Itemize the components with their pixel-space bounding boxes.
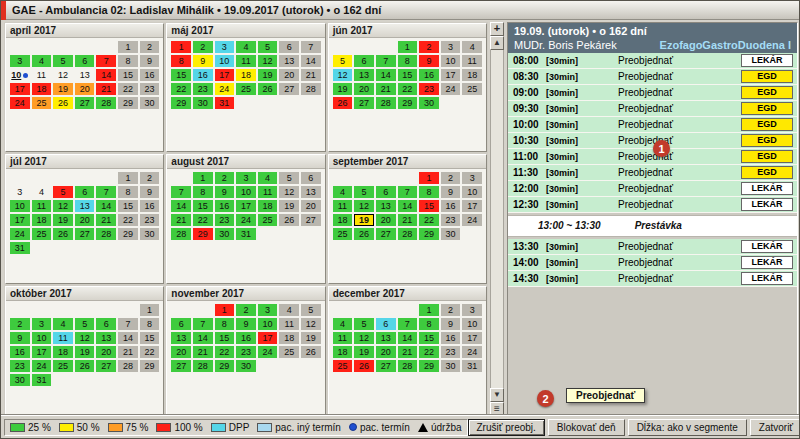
day-cell[interactable]: 19 [333,83,353,95]
day-cell[interactable]: 12 [258,55,278,67]
day-cell[interactable]: 27 [376,228,396,240]
day-cell[interactable]: 7 [193,318,213,330]
day-cell[interactable]: 29 [419,360,439,372]
day-cell[interactable]: 4 [32,186,52,198]
day-cell[interactable]: 5 [301,304,321,316]
day-cell[interactable]: 21 [301,69,321,81]
day-cell[interactable]: 24 [10,97,30,109]
day-cell[interactable]: 14 [118,332,138,344]
day-cell[interactable]: 12 [53,69,73,81]
day-cell[interactable]: 27 [376,360,396,372]
day-cell[interactable]: 7 [301,41,321,53]
day-cell[interactable]: 18 [258,200,278,212]
day-cell[interactable]: 8 [171,55,191,67]
schedule-slot-row[interactable]: 14:30[30min]PreobjednaťLEKÁR [508,271,797,287]
day-cell[interactable]: 23 [193,83,213,95]
schedule-slot-row[interactable]: 11:00[30min]PreobjednaťEGD [508,149,797,165]
day-cell[interactable]: 19 [53,83,73,95]
day-cell[interactable]: 25 [258,214,278,226]
day-cell[interactable]: 17 [258,332,278,344]
day-cell[interactable]: 27 [75,228,95,240]
day-cell[interactable]: 30 [419,97,439,109]
day-cell[interactable]: 16 [193,69,213,81]
day-cell[interactable]: 3 [32,318,52,330]
day-cell[interactable]: 17 [462,200,482,212]
day-cell[interactable]: 12 [75,332,95,344]
day-cell[interactable]: 19 [75,346,95,358]
day-cell[interactable]: 21 [398,214,418,226]
day-cell[interactable]: 15 [215,332,235,344]
day-cell[interactable]: 5 [258,41,278,53]
day-cell[interactable]: 22 [193,214,213,226]
day-cell[interactable]: 3 [10,55,30,67]
day-cell[interactable]: 9 [10,332,30,344]
day-cell[interactable]: 10 [236,186,256,198]
day-cell[interactable]: 30 [215,228,235,240]
day-cell[interactable]: 20 [171,346,191,358]
scroll-down-icon[interactable]: ▼ [490,388,504,402]
day-cell[interactable]: 6 [376,318,396,330]
day-cell[interactable]: 16 [441,200,461,212]
day-cell[interactable]: 28 [193,360,213,372]
day-cell[interactable]: 16 [236,332,256,344]
day-cell[interactable]: 20 [96,346,116,358]
day-cell[interactable]: 23 [215,214,235,226]
scrollbar-menu-icon[interactable]: ≡ [490,402,504,416]
day-cell[interactable]: 15 [118,200,138,212]
day-cell[interactable]: 21 [193,346,213,358]
day-cell[interactable]: 25 [32,228,52,240]
day-cell[interactable]: 20 [376,214,396,226]
day-cell[interactable]: 23 [419,83,439,95]
day-cell[interactable]: 3 [258,304,278,316]
day-cell[interactable]: 13 [75,69,95,81]
day-cell[interactable]: 4 [462,41,482,53]
day-cell[interactable]: 6 [96,318,116,330]
day-cell[interactable]: 24 [32,360,52,372]
day-cell[interactable]: 4 [333,318,353,330]
day-cell[interactable]: 6 [171,318,191,330]
day-cell[interactable]: 12 [301,318,321,330]
day-cell[interactable]: 23 [441,346,461,358]
day-cell[interactable]: 3 [215,41,235,53]
day-cell[interactable]: 23 [441,214,461,226]
day-cell[interactable]: 8 [118,55,138,67]
day-cell[interactable]: 6 [279,41,299,53]
schedule-slot-row[interactable]: 13:30[30min]PreobjednaťLEKÁR [508,239,797,255]
day-cell[interactable]: 29 [419,228,439,240]
day-cell[interactable]: 2 [441,304,461,316]
day-cell[interactable]: 2 [441,172,461,184]
day-cell[interactable]: 21 [171,214,191,226]
day-cell[interactable]: 29 [193,228,213,240]
day-cell[interactable]: 17 [10,214,30,226]
day-cell[interactable]: 25 [333,360,353,372]
day-cell[interactable]: 10 [441,55,461,67]
day-cell[interactable]: 10 [258,318,278,330]
day-cell[interactable]: 3 [462,172,482,184]
day-cell[interactable]: 24 [215,83,235,95]
day-cell[interactable]: 7 [118,318,138,330]
day-cell[interactable]: 9 [236,318,256,330]
day-cell[interactable]: 2 [140,172,160,184]
day-cell[interactable]: 26 [354,228,374,240]
day-cell[interactable]: 21 [376,83,396,95]
day-cell[interactable]: 24 [236,214,256,226]
day-cell[interactable]: 15 [398,69,418,81]
day-cell[interactable]: 27 [354,97,374,109]
day-cell[interactable]: 8 [419,318,439,330]
day-cell[interactable]: 21 [96,83,116,95]
day-cell[interactable]: 15 [419,200,439,212]
day-cell[interactable]: 18 [32,214,52,226]
day-cell[interactable]: 16 [441,332,461,344]
day-cell[interactable]: 24 [10,228,30,240]
day-cell[interactable]: 31 [10,242,30,254]
day-cell[interactable]: 16 [140,69,160,81]
day-cell[interactable]: 31 [236,228,256,240]
day-cell[interactable]: 2 [215,172,235,184]
day-cell[interactable]: 16 [419,69,439,81]
day-cell[interactable]: 26 [333,97,353,109]
day-cell[interactable]: 4 [333,186,353,198]
day-cell[interactable]: 14 [301,55,321,67]
day-cell[interactable]: 25 [333,228,353,240]
schedule-slot-row[interactable]: 09:00[30min]PreobjednaťEGD [508,85,797,101]
day-cell[interactable]: 15 [118,69,138,81]
